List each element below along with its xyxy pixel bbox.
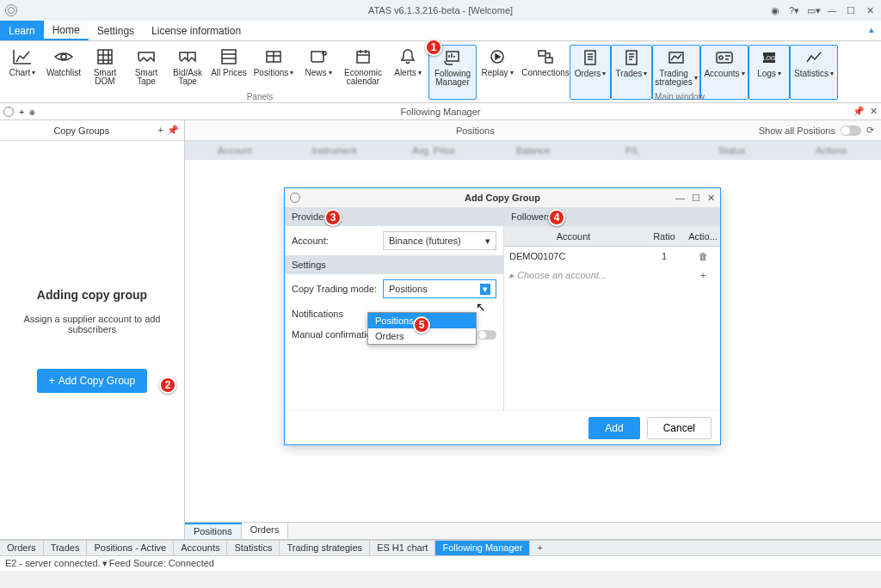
layout-icon[interactable]: ▭▾ (807, 5, 819, 16)
show-all-label: Show all Positions (759, 126, 835, 136)
ribbon-collapse-icon[interactable]: ▴ (862, 21, 881, 40)
bottom-tab-orders[interactable]: Orders (0, 541, 44, 555)
orders-icon (580, 47, 601, 68)
positions-icon (263, 46, 284, 67)
followers-header: Followers (504, 207, 720, 226)
panel-add-icon[interactable]: + (19, 107, 24, 117)
modal-maximize-icon[interactable]: ☐ (692, 193, 700, 204)
tab-settings[interactable]: Settings (89, 21, 143, 40)
bottom-tab-strategies[interactable]: Trading strategies (280, 541, 370, 555)
modal-add-button[interactable]: Add (588, 417, 639, 439)
plus-icon: + (49, 375, 55, 387)
tab-license[interactable]: License information (143, 21, 250, 40)
modal-logo-icon (290, 193, 300, 203)
subtab-positions[interactable]: Positions (185, 523, 242, 539)
callout-5: 5 (413, 316, 430, 334)
modal-cancel-button[interactable]: Cancel (647, 417, 712, 439)
positions-title: Positions (192, 126, 759, 136)
notifications-label: Notifications (292, 309, 378, 319)
settings-header: Settings (285, 255, 503, 274)
follower-row[interactable]: DEMO0107C 1 🗑 (504, 247, 720, 266)
status-dropdown-icon[interactable]: ▾ (102, 558, 108, 569)
chevron-down-icon: ▾ (480, 284, 490, 295)
col-account: Account (504, 231, 643, 242)
account-select[interactable]: Binance (futures)▾ (383, 231, 496, 250)
menu-tabs: Learn Home Settings License information … (0, 21, 881, 41)
account-label: Account: (292, 236, 378, 246)
sidebar-desc: Assign a supplier account to add subscri… (10, 314, 174, 334)
sidebar-heading: Adding copy group (37, 288, 147, 302)
content-subtabs: Positions Orders (185, 522, 881, 539)
svg-text:LOG: LOG (763, 55, 776, 61)
positions-columns: Account Instrument Avg. Price Balance P/… (185, 141, 881, 160)
window-title: ATAS v6.1.3.216-beta - [Welcome] (368, 5, 513, 15)
chart-icon (12, 46, 33, 67)
svg-rect-2 (222, 50, 236, 64)
bottom-tab-chart[interactable]: ES H1 chart (370, 541, 435, 555)
bottom-tab-trades[interactable]: Trades (44, 541, 88, 555)
strategies-icon (666, 47, 687, 68)
panel-toolbar: + ⎈ Following Manager 📌 ✕ (0, 103, 881, 120)
bottom-tabs: Orders Trades Positions - Active Account… (0, 540, 881, 555)
svg-point-4 (323, 52, 326, 55)
camera-icon[interactable]: ◉ (769, 5, 781, 16)
svg-rect-10 (585, 51, 595, 64)
grid-icon (95, 46, 115, 67)
following-icon (442, 47, 463, 68)
callout-3: 3 (324, 209, 342, 226)
add-follower-icon[interactable]: + (686, 270, 720, 280)
choose-account-row[interactable]: ▸ Choose an account... + (504, 266, 720, 285)
tab-learn[interactable]: Learn (0, 21, 44, 40)
replay-icon (487, 46, 508, 67)
show-all-toggle[interactable] (841, 126, 861, 136)
sidebar-add-icon[interactable]: + (158, 125, 163, 136)
window-titlebar: ATAS v6.1.3.216-beta - [Welcome] ◉ ?▾ ▭▾… (0, 0, 881, 21)
refresh-icon[interactable]: ⟳ (866, 125, 874, 136)
panel-close-icon[interactable]: ✕ (870, 106, 878, 117)
add-copy-group-modal: Add Copy Group — ☐ ✕ Provider Account: B… (284, 187, 721, 445)
news-icon (308, 46, 329, 67)
bottom-tab-statistics[interactable]: Statistics (227, 541, 280, 555)
bottom-tab-add[interactable]: + (530, 541, 549, 555)
copy-groups-sidebar: Copy Groups +📌 Adding copy group Assign … (0, 120, 185, 539)
sidebar-pin-icon[interactable]: 📌 (167, 125, 179, 136)
panel-logo-icon (3, 107, 14, 117)
callout-4: 4 (548, 209, 565, 226)
maximize-icon[interactable]: ☐ (845, 5, 857, 16)
tape-icon (136, 46, 157, 67)
col-actions: Actio... (686, 231, 720, 242)
cursor-icon: ↖ (476, 300, 486, 314)
bottom-tab-positions-active[interactable]: Positions - Active (87, 541, 174, 555)
copy-mode-select[interactable]: Positions▾ (383, 279, 496, 298)
panel-group-icon[interactable]: ⎈ (29, 107, 35, 117)
svg-point-14 (719, 56, 723, 59)
bottom-tab-following[interactable]: Following Manager (435, 541, 530, 555)
svg-rect-1 (98, 50, 112, 64)
tab-home[interactable]: Home (44, 21, 89, 40)
accounts-icon (714, 47, 735, 68)
subtab-orders[interactable]: Orders (242, 523, 289, 539)
copy-mode-label: Copy Trading mode: (292, 284, 378, 294)
modal-close-icon[interactable]: ✕ (707, 193, 715, 204)
statistics-icon (804, 47, 824, 68)
calendar-icon (353, 46, 373, 67)
bottom-tab-accounts[interactable]: Accounts (174, 541, 227, 555)
manual-toggle[interactable] (477, 330, 496, 340)
svg-rect-8 (539, 51, 545, 56)
provider-header: Provider (285, 207, 503, 226)
trades-icon (621, 47, 642, 68)
svg-point-0 (61, 54, 66, 59)
modal-minimize-icon[interactable]: — (675, 193, 685, 204)
help-icon[interactable]: ?▾ (788, 5, 800, 16)
delete-icon[interactable]: 🗑 (686, 251, 720, 261)
logs-icon: LOG (759, 47, 779, 68)
ribbon-section-mainwindow: Main window (520, 92, 840, 101)
panel-title: Following Manager (401, 107, 481, 117)
sidebar-title: Copy Groups (5, 126, 158, 136)
pin-icon[interactable]: 📌 (853, 106, 865, 117)
close-icon[interactable]: ✕ (864, 5, 876, 16)
minimize-icon[interactable]: — (826, 5, 838, 15)
add-copy-group-button[interactable]: +Add Copy Group (37, 369, 147, 393)
status-feed: Feed Source: Connected (109, 558, 214, 569)
callout-1: 1 (425, 39, 442, 56)
